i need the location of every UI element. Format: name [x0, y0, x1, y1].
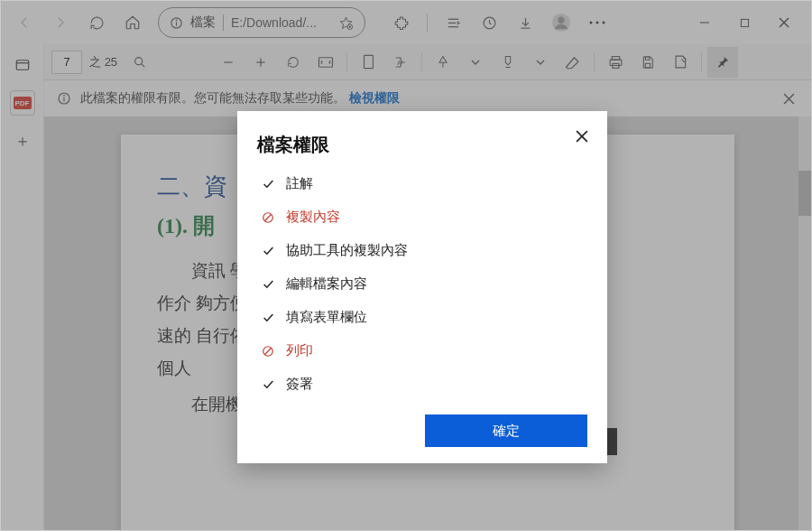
permissions-modal: 檔案權限 註解複製內容協助工具的複製內容編輯檔案內容填寫表單欄位列印簽署 確定 — [237, 111, 607, 463]
svg-line-45 — [265, 214, 272, 220]
permission-item: 複製內容 — [261, 209, 587, 226]
permission-item: 簽署 — [261, 376, 587, 393]
permission-label: 註解 — [286, 175, 313, 192]
permission-item: 列印 — [261, 342, 587, 359]
check-icon — [261, 379, 275, 390]
permission-label: 複製內容 — [286, 209, 340, 226]
permission-label: 填寫表單欄位 — [286, 309, 367, 326]
confirm-button[interactable]: 確定 — [425, 415, 587, 447]
prohibit-icon — [261, 211, 275, 224]
permission-label: 簽署 — [286, 376, 313, 393]
permission-label: 編輯檔案內容 — [286, 275, 367, 293]
check-icon — [261, 279, 275, 290]
check-icon — [261, 179, 275, 190]
check-icon — [261, 312, 275, 323]
permission-list: 註解複製內容協助工具的複製內容編輯檔案內容填寫表單欄位列印簽署 — [257, 175, 587, 393]
permission-item: 編輯檔案內容 — [261, 275, 587, 293]
permission-label: 列印 — [286, 342, 313, 359]
check-icon — [261, 246, 275, 256]
permission-label: 協助工具的複製內容 — [286, 242, 408, 259]
svg-line-47 — [265, 348, 272, 354]
permission-item: 填寫表單欄位 — [261, 309, 587, 326]
prohibit-icon — [261, 345, 275, 358]
modal-close-button[interactable] — [569, 124, 595, 149]
permission-item: 註解 — [261, 175, 587, 192]
permission-item: 協助工具的複製內容 — [261, 242, 587, 259]
modal-title: 檔案權限 — [257, 133, 587, 157]
